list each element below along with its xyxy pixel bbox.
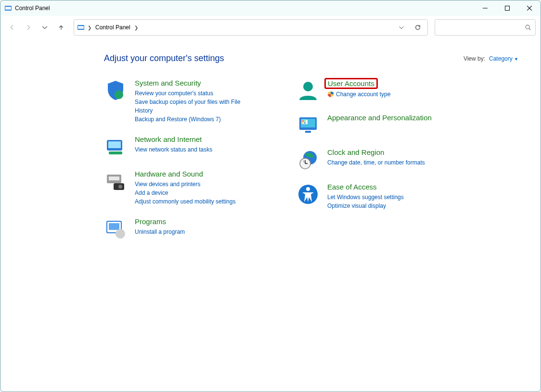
search-icon	[525, 24, 531, 31]
category-sub-link[interactable]: Add a device	[135, 189, 258, 197]
svg-rect-25	[302, 120, 304, 122]
navigation-toolbar: ❯ Control Panel ❯	[0, 16, 541, 39]
clock-globe-icon: L	[296, 148, 320, 171]
monitor-personalization-icon	[296, 114, 320, 137]
svg-rect-28	[304, 122, 306, 124]
category-hardware-and-sound: Hardware and Sound View devices and prin…	[104, 170, 258, 206]
category-clock-and-region: L Clock and Region Change date, time, or…	[296, 148, 451, 171]
category-programs: Programs Uninstall a program	[104, 217, 258, 240]
svg-point-20	[116, 229, 125, 239]
close-button[interactable]	[518, 0, 541, 16]
category-title-link[interactable]: System and Security	[135, 79, 201, 87]
shield-icon	[104, 79, 127, 102]
category-sub-link[interactable]: Change account type	[336, 90, 390, 99]
forward-button[interactable]	[22, 21, 35, 34]
svg-point-21	[303, 82, 313, 91]
category-sub-link[interactable]: Let Windows suggest settings	[327, 193, 451, 202]
category-system-and-security: System and Security Review your computer…	[104, 79, 258, 124]
svg-rect-29	[305, 131, 311, 133]
category-sub-link[interactable]: Optimize visual display	[327, 202, 451, 210]
category-sub-link[interactable]: Adjust commonly used mobility settings	[135, 197, 258, 206]
address-bar[interactable]: ❯ Control Panel ❯	[74, 19, 428, 36]
accessibility-icon	[296, 183, 320, 206]
window-title: Control Panel	[15, 5, 50, 12]
category-title-link[interactable]: Appearance and Personalization	[327, 114, 432, 122]
svg-point-36	[306, 187, 310, 191]
category-user-accounts: User Accounts Change account type	[296, 79, 451, 102]
category-column-right: User Accounts Change account type	[296, 79, 451, 252]
category-title-link[interactable]: Programs	[135, 217, 166, 226]
recent-locations-button[interactable]	[38, 21, 52, 34]
svg-rect-3	[505, 6, 510, 11]
svg-rect-19	[109, 223, 119, 230]
category-appearance-and-personalization: Appearance and Personalization	[296, 114, 451, 137]
category-sub-link[interactable]: Save backup copies of your files with Fi…	[135, 98, 258, 115]
programs-icon	[104, 217, 127, 240]
category-network-and-internet: Network and Internet View network status…	[104, 135, 258, 158]
view-by-label: View by:	[464, 55, 485, 62]
chevron-right-icon[interactable]: ❯	[88, 25, 91, 30]
svg-line-9	[529, 28, 530, 30]
category-title-link[interactable]: Ease of Access	[327, 183, 377, 191]
category-title-link[interactable]: Network and Internet	[135, 135, 202, 143]
control-panel-window: Control Panel ❯ Control P	[0, 0, 541, 392]
printer-camera-icon	[104, 170, 127, 193]
globe-monitor-icon	[104, 135, 127, 158]
view-by-selector: View by: Category ▼	[464, 55, 518, 62]
svg-point-8	[526, 25, 529, 29]
category-title-link[interactable]: Hardware and Sound	[135, 170, 203, 178]
page-heading: Adjust your computer's settings	[104, 53, 224, 63]
search-box[interactable]	[435, 19, 536, 36]
control-panel-icon	[4, 4, 12, 12]
address-history-dropdown[interactable]	[395, 21, 408, 34]
svg-rect-12	[108, 141, 121, 148]
content-area: Adjust your computer's settings View by:…	[0, 39, 541, 392]
svg-rect-26	[304, 120, 306, 122]
svg-rect-1	[5, 7, 11, 10]
user-icon	[296, 79, 320, 102]
svg-point-10	[115, 90, 123, 99]
uac-shield-icon	[327, 91, 334, 98]
breadcrumb-root[interactable]: Control Panel	[94, 23, 131, 32]
control-panel-icon	[77, 24, 85, 31]
refresh-button[interactable]	[411, 21, 425, 34]
svg-rect-27	[302, 122, 304, 124]
category-sub-link[interactable]: Change date, time, or number formats	[327, 158, 451, 167]
category-ease-of-access: Ease of Access Let Windows suggest setti…	[296, 183, 451, 210]
category-title-link[interactable]: User Accounts	[328, 79, 374, 88]
category-sub-link[interactable]: View network status and tasks	[135, 145, 258, 154]
category-title-link[interactable]: Clock and Region	[327, 148, 384, 156]
svg-rect-7	[78, 26, 84, 29]
category-column-left: System and Security Review your computer…	[104, 79, 258, 252]
category-sub-link[interactable]: Review your computer's status	[135, 89, 258, 98]
category-sub-link[interactable]: View devices and printers	[135, 180, 258, 189]
category-sub-link[interactable]: Uninstall a program	[135, 228, 258, 236]
minimize-button[interactable]	[474, 0, 496, 16]
view-by-value[interactable]: Category ▼	[489, 55, 518, 62]
up-button[interactable]	[54, 21, 68, 34]
title-bar: Control Panel	[0, 0, 541, 16]
svg-rect-13	[109, 152, 122, 154]
svg-rect-15	[109, 177, 119, 180]
category-sub-link[interactable]: Backup and Restore (Windows 7)	[135, 115, 258, 124]
back-button[interactable]	[5, 21, 19, 34]
chevron-right-icon[interactable]: ❯	[134, 25, 138, 30]
maximize-button[interactable]	[496, 0, 518, 16]
highlight-box: User Accounts	[324, 78, 378, 89]
svg-point-17	[118, 185, 122, 189]
